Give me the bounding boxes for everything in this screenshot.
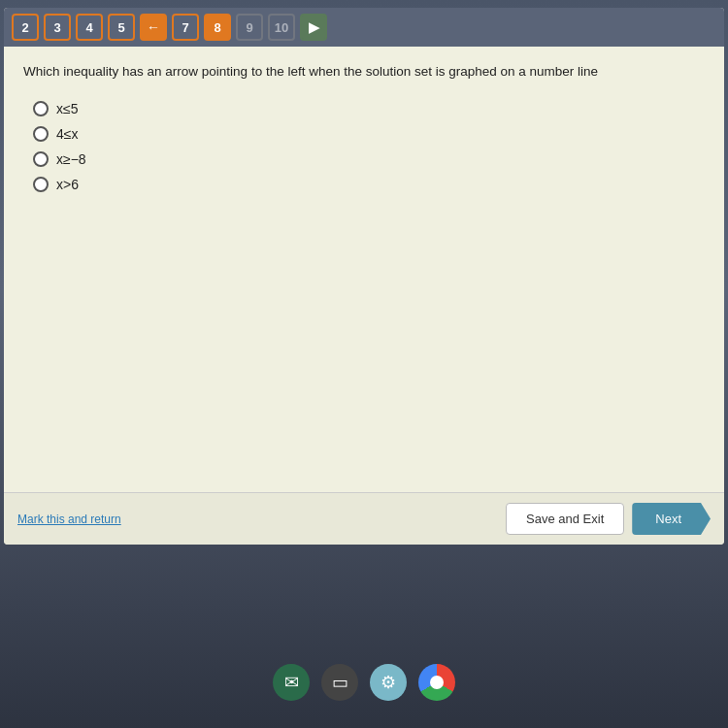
question-area: Which inequality has an arrow pointing t…	[4, 47, 724, 493]
radio-opt2[interactable]	[33, 126, 49, 142]
window-icon[interactable]: ▭	[321, 664, 358, 701]
nav-forward-arrow[interactable]: ▶	[300, 14, 327, 41]
quiz-container: 2 3 4 5 ← 7 8 9 10 ▶ Which inequality ha…	[4, 8, 724, 545]
chrome-icon[interactable]	[418, 664, 455, 701]
option-1[interactable]: x≤5	[33, 101, 705, 116]
save-exit-button[interactable]: Save and Exit	[506, 503, 624, 535]
option-2[interactable]: 4≤x	[33, 126, 705, 142]
nav-num-10[interactable]: 10	[268, 14, 295, 41]
nav-bar: 2 3 4 5 ← 7 8 9 10 ▶	[4, 8, 724, 47]
options-list: x≤5 4≤x x≥−8 x>6	[33, 101, 705, 192]
next-button[interactable]: Next	[632, 503, 711, 535]
action-bar: Mark this and return Save and Exit Next	[4, 493, 724, 545]
nav-num-3[interactable]: 3	[44, 14, 71, 41]
option-3[interactable]: x≥−8	[33, 151, 705, 167]
option-label-2: 4≤x	[56, 126, 78, 142]
settings-icon[interactable]: ⚙	[370, 664, 407, 701]
nav-num-5[interactable]: 5	[108, 14, 135, 41]
taskbar: ✉ ▭ ⚙	[273, 664, 455, 701]
nav-num-7[interactable]: 7	[172, 14, 199, 41]
radio-opt3[interactable]	[33, 151, 49, 167]
option-label-3: x≥−8	[56, 151, 86, 167]
mark-return-link[interactable]: Mark this and return	[17, 513, 121, 526]
option-label-1: x≤5	[56, 101, 78, 116]
nav-num-4[interactable]: 4	[76, 14, 103, 41]
option-label-4: x>6	[56, 177, 79, 192]
email-icon[interactable]: ✉	[273, 664, 310, 701]
nav-num-2[interactable]: 2	[12, 14, 39, 41]
nav-back-arrow[interactable]: ←	[140, 14, 167, 41]
question-text: Which inequality has an arrow pointing t…	[23, 62, 705, 82]
action-buttons: Save and Exit Next	[506, 503, 711, 535]
option-4[interactable]: x>6	[33, 177, 705, 192]
radio-opt4[interactable]	[33, 177, 49, 192]
nav-num-9[interactable]: 9	[236, 14, 263, 41]
radio-opt1[interactable]	[33, 101, 49, 116]
nav-num-8[interactable]: 8	[204, 14, 231, 41]
